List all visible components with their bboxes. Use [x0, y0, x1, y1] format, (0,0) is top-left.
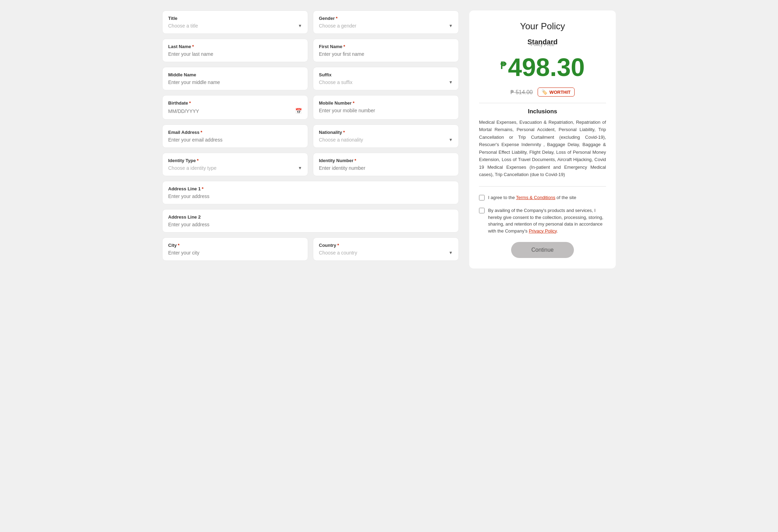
title-input-row[interactable]: Choose a title ▼	[168, 23, 302, 29]
firstname-field: First Name *	[313, 39, 459, 62]
form-row-title-gender: Title Choose a title ▼ Gender * Choose a…	[162, 10, 459, 34]
terms-checkbox[interactable]	[479, 195, 485, 200]
identity-type-placeholder: Choose a identity type	[168, 165, 298, 171]
policy-price-label: Policy Price	[479, 42, 606, 47]
email-required: *	[201, 130, 202, 135]
mobile-required: *	[353, 100, 354, 106]
suffix-input-row[interactable]: Choose a suffix ▼	[319, 79, 453, 85]
gender-required: *	[336, 16, 338, 21]
middlename-input-row[interactable]	[168, 79, 302, 85]
consent-label[interactable]: By availing of the Company's products an…	[488, 207, 606, 234]
policy-panel: Your Policy Standard Policy Price ₱ 498.…	[469, 10, 616, 268]
country-placeholder: Choose a country	[319, 250, 449, 256]
nationality-placeholder: Choose a nationality	[319, 137, 449, 143]
form-row-lastname-firstname: Last Name * First Name *	[162, 39, 459, 62]
form-row-city-country: City * Country * Choose a country ▼	[162, 237, 459, 261]
mobile-field: Mobile Number *	[313, 95, 459, 120]
suffix-label: Suffix	[319, 72, 331, 77]
nationality-required: *	[343, 130, 345, 135]
form-row-address1: Address Line 1 *	[162, 181, 459, 204]
firstname-input[interactable]	[319, 51, 453, 57]
country-label: Country	[319, 243, 336, 248]
terms-suffix: of the site	[555, 195, 576, 200]
country-input-row[interactable]: Choose a country ▼	[319, 250, 453, 256]
suffix-placeholder: Choose a suffix	[319, 79, 449, 85]
address1-input-row[interactable]	[168, 193, 453, 199]
middlename-label: Middle Name	[168, 72, 196, 77]
birthdate-input[interactable]	[168, 108, 295, 114]
title-field: Title Choose a title ▼	[162, 10, 308, 34]
address2-input-row[interactable]	[168, 222, 453, 227]
inclusions-text: Medical Expenses, Evacuation & Repatriat…	[479, 119, 606, 178]
firstname-input-row[interactable]	[319, 51, 453, 57]
firstname-label: First Name	[319, 44, 342, 49]
terms-checkbox-row: I agree to the Terms & Conditions of the…	[479, 194, 606, 201]
terms-label[interactable]: I agree to the Terms & Conditions of the…	[488, 194, 576, 201]
policy-title: Your Policy	[479, 21, 606, 32]
identity-number-input-row[interactable]	[319, 165, 453, 171]
identity-number-label: Identity Number	[319, 158, 353, 163]
calendar-icon: 📅	[295, 108, 302, 114]
privacy-link[interactable]: Privacy Policy	[529, 228, 557, 234]
city-input-row[interactable]	[168, 250, 302, 256]
middlename-input[interactable]	[168, 79, 302, 85]
address1-field: Address Line 1 *	[162, 181, 459, 204]
city-field: City *	[162, 237, 308, 261]
email-input-row[interactable]	[168, 137, 302, 143]
identity-number-input[interactable]	[319, 165, 453, 171]
worthit-label: WORTHIT	[549, 90, 571, 95]
address1-label: Address Line 1	[168, 186, 201, 191]
lastname-required: *	[192, 44, 194, 49]
nationality-field: Nationality * Choose a nationality ▼	[313, 124, 459, 148]
form-panel: Title Choose a title ▼ Gender * Choose a…	[162, 10, 459, 268]
title-label: Title	[168, 16, 178, 21]
mobile-input[interactable]	[319, 108, 453, 113]
consent-checkbox[interactable]	[479, 208, 485, 213]
gender-input-row[interactable]: Choose a gender ▼	[319, 23, 453, 29]
email-input[interactable]	[168, 137, 302, 143]
worthit-icon: 🏷️	[541, 89, 547, 95]
gender-label: Gender	[319, 16, 335, 21]
birthdate-input-row[interactable]: 📅	[168, 108, 302, 114]
identity-number-field: Identity Number *	[313, 153, 459, 176]
identity-type-required: *	[197, 158, 199, 163]
address2-label: Address Line 2	[168, 214, 201, 220]
country-required: *	[337, 243, 339, 248]
title-placeholder: Choose a title	[168, 23, 298, 29]
gender-placeholder: Choose a gender	[319, 23, 449, 29]
nationality-dropdown-arrow: ▼	[449, 137, 453, 142]
nationality-input-row[interactable]: Choose a nationality ▼	[319, 137, 453, 143]
suffix-field: Suffix Choose a suffix ▼	[313, 67, 459, 90]
form-row-middlename-suffix: Middle Name Suffix Choose a suffix ▼	[162, 67, 459, 90]
firstname-required: *	[343, 44, 345, 49]
city-input[interactable]	[168, 250, 302, 256]
identity-type-input-row[interactable]: Choose a identity type ▼	[168, 165, 302, 171]
country-dropdown-arrow: ▼	[449, 250, 453, 255]
birthdate-field: Birthdate * 📅	[162, 95, 308, 120]
email-label: Email Address	[168, 130, 200, 135]
address2-input[interactable]	[168, 222, 453, 227]
email-field: Email Address *	[162, 124, 308, 148]
inclusions-title: Inclusions	[479, 108, 606, 115]
address1-required: *	[202, 186, 203, 191]
inclusions-section: Inclusions Medical Expenses, Evacuation …	[479, 103, 606, 178]
birthdate-required: *	[189, 100, 191, 106]
address2-field: Address Line 2	[162, 209, 459, 233]
form-row-identity: Identity Type * Choose a identity type ▼…	[162, 153, 459, 176]
price-currency-symbol: ₱	[500, 60, 507, 71]
mobile-input-row[interactable]	[319, 108, 453, 113]
price-strikethrough-row: ₱ 514.00 🏷️ WORTHIT	[479, 88, 606, 97]
city-required: *	[178, 243, 180, 248]
lastname-input-row[interactable]	[168, 51, 302, 57]
continue-button[interactable]: Continue	[511, 242, 574, 258]
terms-link[interactable]: Terms & Conditions	[516, 195, 555, 200]
lastname-input[interactable]	[168, 51, 302, 57]
policy-name-section: Standard Policy Price	[479, 38, 606, 47]
address1-input[interactable]	[168, 193, 453, 199]
terms-prefix: I agree to the	[488, 195, 516, 200]
form-row-birthdate-mobile: Birthdate * 📅 Mobile Number *	[162, 95, 459, 120]
original-price: ₱ 514.00	[510, 89, 532, 96]
price-display: ₱ 498.30	[479, 55, 606, 80]
birthdate-label: Birthdate	[168, 100, 188, 106]
identity-type-field: Identity Type * Choose a identity type ▼	[162, 153, 308, 176]
